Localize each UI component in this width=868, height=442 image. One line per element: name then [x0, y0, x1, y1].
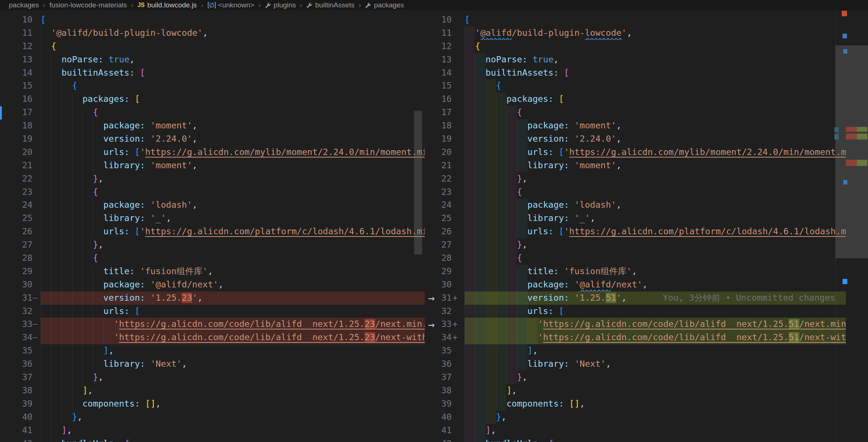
gutter[interactable]: 31–: [0, 291, 41, 305]
gutter[interactable]: 18: [0, 119, 41, 132]
modified-pane[interactable]: 10[11 '@alifd/build-plugin-lowcode',12 {…: [438, 10, 868, 442]
gutter[interactable]: 27: [0, 238, 41, 252]
code-line[interactable]: 24 package: 'lodash',: [0, 198, 425, 212]
breadcrumb-item[interactable]: plugins: [265, 1, 296, 9]
code-line[interactable]: 25 library: '_',: [0, 212, 425, 225]
code-line[interactable]: 14 builtinAssets: [: [0, 66, 425, 80]
code-line[interactable]: 31– version: '1.25.23',: [0, 291, 425, 305]
code-line[interactable]: 26 urls: ['https://g.alicdn.com/platform…: [438, 225, 868, 238]
gutter[interactable]: 42: [438, 437, 465, 442]
gutter[interactable]: 39: [438, 397, 465, 411]
left-scrollbar-slider[interactable]: [414, 111, 422, 255]
gutter[interactable]: 34–: [0, 331, 41, 344]
gutter[interactable]: 20: [438, 146, 465, 159]
gutter[interactable]: 11: [438, 27, 465, 40]
code-line[interactable]: 28 {: [0, 252, 425, 265]
gutter[interactable]: 35: [438, 344, 465, 358]
gutter[interactable]: 28: [438, 252, 465, 265]
code-line[interactable]: 23 {: [438, 186, 868, 199]
code-line[interactable]: 26 urls: ['https://g.alicdn.com/platform…: [0, 225, 425, 238]
code-line[interactable]: 30 package: '@alifd/next',: [0, 278, 425, 291]
code-line[interactable]: 21 library: 'moment',: [438, 159, 868, 172]
gutter[interactable]: 23: [438, 186, 465, 199]
code-line[interactable]: 25 library: '_',: [438, 212, 868, 225]
gutter[interactable]: 21: [438, 159, 465, 172]
gutter[interactable]: 19: [438, 132, 465, 146]
code-line[interactable]: 37 },: [0, 371, 425, 384]
gutter[interactable]: 23: [0, 186, 41, 199]
gutter[interactable]: 41: [0, 424, 41, 437]
gutter[interactable]: 11: [0, 27, 41, 40]
code-line[interactable]: 11 '@alifd/build-plugin-lowcode',: [0, 27, 425, 40]
gutter[interactable]: 13: [438, 53, 465, 66]
gutter[interactable]: 16: [0, 93, 41, 106]
code-line[interactable]: 41 ],: [0, 424, 425, 437]
breadcrumb-item[interactable]: fusion-lowcode-materials: [49, 1, 127, 9]
code-line[interactable]: 33+ 'https://g.alicdn.com/code/lib/alifd…: [438, 318, 868, 331]
code-line[interactable]: 20 urls: ['https://g.alicdn.com/mylib/mo…: [0, 146, 425, 159]
code-line[interactable]: 17 {: [438, 106, 868, 119]
gutter[interactable]: 18: [438, 119, 465, 132]
gutter[interactable]: 27: [438, 238, 465, 252]
code-line[interactable]: 40 },: [0, 411, 425, 424]
code-line[interactable]: 15 {: [0, 79, 425, 93]
code-line[interactable]: 42 bundleUrls: {: [438, 437, 868, 442]
code-line[interactable]: 10[: [0, 13, 425, 27]
breadcrumb-item[interactable]: builtinAssets: [306, 1, 355, 9]
gutter[interactable]: 38: [438, 384, 465, 397]
right-scrollbar-slider[interactable]: [835, 45, 868, 258]
code-line[interactable]: 21 library: 'moment',: [0, 159, 425, 172]
gutter[interactable]: 30: [0, 278, 41, 291]
diff-arrow-icon[interactable]: →: [425, 318, 438, 331]
gutter[interactable]: 39: [0, 397, 41, 411]
gutter[interactable]: 34+: [438, 331, 465, 344]
code-line[interactable]: 34– 'https://g.alicdn.com/code/lib/alifd…: [0, 331, 425, 344]
gutter[interactable]: 36: [0, 358, 41, 371]
code-line[interactable]: 35 ],: [0, 344, 425, 358]
code-line[interactable]: 19 version: '2.24.0',: [438, 132, 868, 146]
gutter[interactable]: 10: [438, 13, 465, 27]
code-line[interactable]: 39 components: [],: [438, 397, 868, 411]
code-line[interactable]: 22 },: [0, 172, 425, 186]
gutter[interactable]: 16: [438, 93, 465, 106]
code-line[interactable]: 38 ],: [438, 384, 868, 397]
gutter[interactable]: 35: [0, 344, 41, 358]
original-pane[interactable]: 10[11 '@alifd/build-plugin-lowcode',12 {…: [0, 10, 425, 442]
breadcrumb-item[interactable]: [∅]<unknown>: [207, 1, 254, 9]
code-line[interactable]: 34+ 'https://g.alicdn.com/code/lib/alifd…: [438, 331, 868, 344]
gutter[interactable]: 42: [0, 437, 41, 442]
code-line[interactable]: 18 package: 'moment',: [0, 119, 425, 132]
gutter[interactable]: 37: [0, 371, 41, 384]
gutter[interactable]: 15: [0, 79, 41, 93]
gutter[interactable]: 19: [0, 132, 41, 146]
gutter[interactable]: 15: [438, 79, 465, 93]
gutter[interactable]: 25: [0, 212, 41, 225]
gutter[interactable]: 13: [0, 53, 41, 66]
code-line[interactable]: 16 packages: [: [0, 93, 425, 106]
code-line[interactable]: 42 bundleUrls: {: [0, 437, 425, 442]
gutter[interactable]: 17: [0, 106, 41, 119]
breadcrumb-item[interactable]: packages: [9, 1, 39, 9]
gutter[interactable]: 26: [438, 225, 465, 238]
gutter[interactable]: 14: [0, 66, 41, 80]
code-line[interactable]: 37 },: [438, 371, 868, 384]
code-line[interactable]: 27 },: [0, 238, 425, 252]
gutter[interactable]: 32: [438, 305, 465, 318]
code-line[interactable]: 11 '@alifd/build-plugin-lowcode',: [438, 27, 868, 40]
code-line[interactable]: 28 {: [438, 252, 868, 265]
code-line[interactable]: 24 package: 'lodash',: [438, 198, 868, 212]
code-line[interactable]: 13 noParse: true,: [438, 53, 868, 66]
gutter[interactable]: 25: [438, 212, 465, 225]
gutter[interactable]: 31+: [438, 291, 465, 305]
code-line[interactable]: 31+ version: '1.25.51',You, 3分钟前 • Uncom…: [438, 291, 868, 305]
diff-arrow-icon[interactable]: →: [425, 291, 438, 305]
gutter[interactable]: 17: [438, 106, 465, 119]
code-line[interactable]: 10[: [438, 13, 868, 27]
code-line[interactable]: 40 },: [438, 411, 868, 424]
gutter[interactable]: 20: [0, 146, 41, 159]
code-line[interactable]: 22 },: [438, 172, 868, 186]
gutter[interactable]: 40: [0, 411, 41, 424]
code-line[interactable]: 19 version: '2.24.0',: [0, 132, 425, 146]
gutter[interactable]: 33–: [0, 318, 41, 331]
code-line[interactable]: 35 ],: [438, 344, 868, 358]
